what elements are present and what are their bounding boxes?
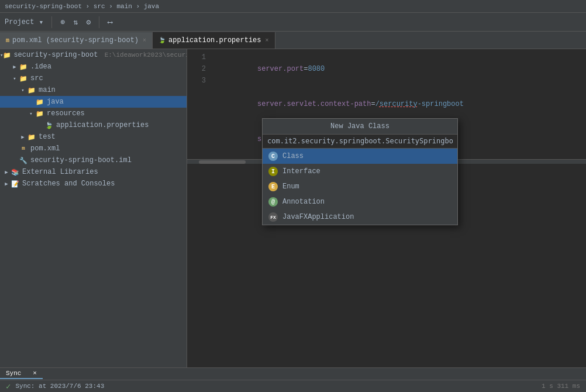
- popup-item-class[interactable]: C Class: [263, 149, 457, 164]
- popup-input-row: [263, 135, 457, 149]
- tab-props-close[interactable]: ×: [266, 37, 269, 44]
- status-left: ✓ Sync: at 2023/7/6 23:43: [6, 381, 104, 391]
- class-label: Class: [282, 152, 304, 160]
- val-1: 8080: [308, 65, 325, 73]
- sync-tab-label: Sync: [6, 370, 21, 377]
- class-icon: C: [268, 152, 278, 161]
- tree-scratches[interactable]: ▶ 📝 Scratches and Consoles: [0, 178, 187, 190]
- tree-iml[interactable]: 🔧 security-spring-boot.iml: [0, 154, 187, 166]
- tab-props[interactable]: 🍃 application.properties ×: [153, 32, 275, 49]
- ext-libs-icon: 📚: [11, 167, 20, 177]
- settings-icon[interactable]: ⚙: [84, 18, 93, 27]
- code-line-2: server.servlet.context-path=/sercurity-s…: [215, 87, 581, 122]
- tree-root[interactable]: ▾ 📁 security-spring-boot E:\ideawork2023…: [0, 49, 187, 61]
- root-path: E:\ideawork2023\security-spri...: [105, 51, 187, 59]
- bottom-area: Sync × ✓ Sync: at 2023/7/6 23:43 1 s 311…: [0, 367, 586, 392]
- tabs-bar: m pom.xml (security-spring-boot) × 🍃 app…: [0, 32, 586, 49]
- tree-src[interactable]: ▾ 📁 src: [0, 73, 187, 84]
- project-section: Project ▾: [5, 18, 46, 27]
- ext-libs-arrow: ▶: [2, 169, 11, 176]
- tree-test[interactable]: ▶ 📁 test: [0, 131, 187, 143]
- title-bar: security-spring-boot › src › main › java: [0, 0, 586, 13]
- tab-props-label: application.properties: [168, 36, 261, 44]
- bottom-tabs: Sync ×: [0, 368, 586, 380]
- main-layout: ▾ 📁 security-spring-boot E:\ideawork2023…: [0, 49, 586, 367]
- pom-icon: m: [6, 37, 9, 44]
- popup-item-enum[interactable]: E Enum: [263, 179, 457, 194]
- tab-pom[interactable]: m pom.xml (security-spring-boot) ×: [0, 32, 153, 49]
- line-numbers: 1 2 3: [187, 51, 211, 157]
- popup-item-annotation[interactable]: @ Annotation: [263, 194, 457, 209]
- java-folder-icon: 📁: [35, 97, 44, 106]
- java-label: java: [47, 98, 64, 106]
- src-arrow: ▾: [11, 75, 19, 82]
- app-props-icon: 🍃: [44, 121, 54, 130]
- root-folder-icon: 📁: [3, 50, 11, 60]
- scratches-icon: 📝: [11, 179, 20, 188]
- main-folder-icon: 📁: [27, 85, 36, 95]
- sync-tab-close[interactable]: ×: [33, 370, 37, 377]
- tree-app-props[interactable]: 🍃 application.properties: [0, 119, 187, 131]
- project-dropdown-icon[interactable]: ▾: [36, 18, 46, 27]
- title-path: security-spring-boot › src › main › java: [5, 3, 159, 10]
- idea-folder-icon: 📁: [19, 62, 28, 71]
- pom-icon: m: [19, 144, 28, 153]
- popup-class-name-input[interactable]: [267, 137, 453, 145]
- new-java-class-popup[interactable]: New Java Class C Class I Interface E Enu…: [262, 118, 458, 225]
- tab-pom-close[interactable]: ×: [143, 37, 146, 44]
- project-label: Project: [5, 18, 34, 26]
- src-label: src: [30, 74, 43, 82]
- tree-main[interactable]: ▾ 📁 main: [0, 84, 187, 96]
- src-folder-icon: 📁: [19, 74, 28, 83]
- tree-pom[interactable]: m pom.xml: [0, 143, 187, 154]
- interface-label: Interface: [282, 167, 320, 176]
- main-arrow: ▾: [19, 87, 27, 94]
- interface-icon: I: [268, 167, 278, 176]
- iml-icon: 🔧: [19, 156, 28, 165]
- enum-icon: E: [268, 182, 278, 191]
- scratches-arrow: ▶: [2, 181, 11, 187]
- popup-item-interface[interactable]: I Interface: [263, 164, 457, 179]
- toolbar: Project ▾ ⊕ ⇅ ⚙ ⟷: [0, 13, 586, 32]
- javafx-icon: FX: [268, 212, 278, 222]
- prop-icon: 🍃: [158, 37, 166, 44]
- tree-idea[interactable]: ▶ 📁 .idea: [0, 61, 187, 73]
- add-icon[interactable]: ⊕: [58, 18, 67, 27]
- resources-folder-icon: 📁: [35, 109, 44, 118]
- iml-label: security-spring-boot.iml: [30, 156, 132, 164]
- tree-resources[interactable]: ▾ 📁 resources: [0, 108, 187, 119]
- code-line-1: server.port=8080: [215, 51, 581, 87]
- test-folder-icon: 📁: [27, 132, 36, 142]
- root-label: security-spring-boot E:\ideawork2023\sec…: [13, 51, 187, 59]
- status-text: Sync: at 2023/7/6 23:43: [15, 383, 104, 390]
- enum-label: Enum: [282, 183, 299, 191]
- status-ok-icon: ✓: [6, 381, 11, 391]
- val-2: /: [375, 100, 380, 108]
- toolbar-sep-1: [51, 16, 52, 28]
- tab-pom-label: pom.xml (security-spring-boot): [12, 36, 139, 44]
- idea-arrow: ▶: [11, 64, 19, 70]
- annotation-icon: @: [268, 197, 278, 207]
- sync-tab[interactable]: Sync ×: [0, 369, 43, 379]
- javafx-label: JavaFXApplication: [282, 213, 354, 221]
- annotation-label: Annotation: [282, 198, 325, 206]
- popup-item-javafx[interactable]: FX JavaFXApplication: [263, 209, 457, 225]
- app-props-label: application.properties: [56, 121, 149, 129]
- status-right: 1 s 311 ms: [542, 383, 580, 390]
- key-2: server.servlet.context-path: [257, 100, 371, 108]
- layout-icon[interactable]: ⇅: [71, 18, 80, 27]
- val-2-typo: sercurity: [380, 100, 418, 108]
- scratches-label: Scratches and Consoles: [22, 180, 115, 188]
- idea-label: .idea: [30, 63, 51, 71]
- editor-area: 1 2 3 server.port=8080 server.servlet.co…: [187, 49, 586, 367]
- bottom-status-bar: ✓ Sync: at 2023/7/6 23:43 1 s 311 ms: [0, 380, 586, 392]
- tree-ext-libs[interactable]: ▶ 📚 External Libraries: [0, 166, 187, 178]
- resources-label: resources: [47, 109, 85, 118]
- toolbar-sep-2: [99, 16, 99, 28]
- scrollbar-thumb: [199, 160, 246, 164]
- main-label: main: [39, 86, 56, 94]
- pom-label: pom.xml: [30, 145, 60, 153]
- expand-icon[interactable]: ⟷: [105, 18, 115, 27]
- popup-title: New Java Class: [263, 119, 457, 135]
- tree-java[interactable]: 📁 java: [0, 96, 187, 108]
